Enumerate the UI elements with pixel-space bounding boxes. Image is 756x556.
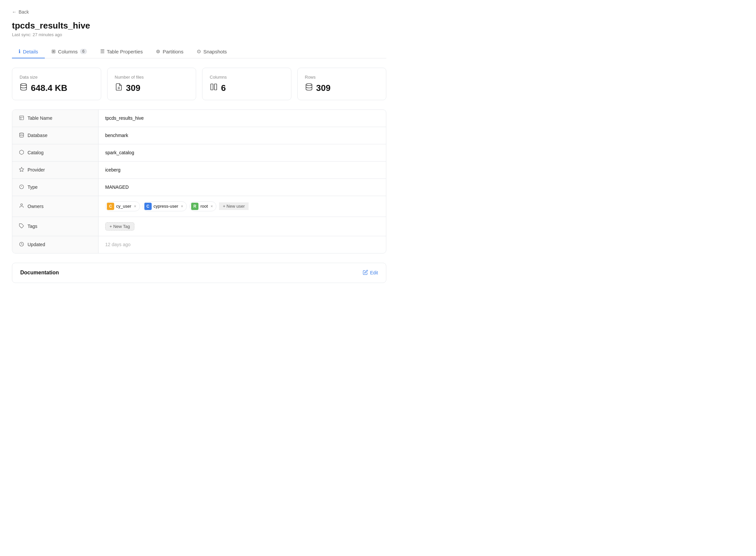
new-user-button[interactable]: + New user: [219, 202, 248, 210]
tab-table-properties[interactable]: ☰ Table Properties: [94, 45, 149, 58]
last-sync: Last sync: 27 minutes ago: [12, 32, 386, 37]
svg-rect-3: [211, 84, 213, 90]
owners-icon: [19, 203, 24, 209]
provider-icon: [19, 167, 24, 173]
table-row: Owners C cy_user × C cypress-user × R ro…: [12, 196, 386, 217]
back-arrow-icon: ←: [12, 9, 16, 14]
svg-point-5: [306, 83, 312, 85]
table-row: Catalog spark_catalog: [12, 144, 386, 162]
svg-rect-6: [20, 116, 24, 120]
tab-partitions[interactable]: ⊜ Partitions: [149, 45, 190, 58]
back-label: Back: [19, 9, 29, 14]
updated-icon: [19, 242, 24, 248]
owner-chip-cy-user: C cy_user ×: [105, 201, 140, 211]
svg-rect-4: [214, 84, 217, 90]
stat-columns: Columns 6: [202, 68, 291, 100]
table-row: Tags + New Tag: [12, 217, 386, 236]
table-name-icon: [19, 115, 24, 121]
type-icon: [19, 184, 24, 190]
documentation-title: Documentation: [20, 270, 59, 276]
back-button[interactable]: ← Back: [12, 9, 386, 14]
table-row: Type MANAGED: [12, 179, 386, 196]
documentation-section: Documentation Edit: [12, 263, 386, 283]
owner-chip-cypress-user: C cypress-user ×: [143, 201, 187, 211]
columns-stat-icon: [210, 83, 218, 93]
remove-owner-root-button[interactable]: ×: [210, 204, 213, 209]
files-icon: [115, 83, 123, 93]
tabs-bar: ℹ Details ⊞ Columns 6 ☰ Table Properties…: [12, 45, 386, 58]
svg-point-9: [20, 133, 24, 134]
page-title: tpcds_results_hive: [12, 21, 386, 31]
tab-columns[interactable]: ⊞ Columns 6: [45, 45, 94, 58]
new-tag-button[interactable]: + New Tag: [105, 222, 134, 231]
table-properties-icon: ☰: [100, 48, 105, 55]
table-row: Updated 12 days ago: [12, 236, 386, 253]
edit-icon: [363, 270, 368, 276]
svg-marker-10: [19, 167, 24, 172]
rows-icon: [305, 83, 313, 93]
remove-owner-cypress-user-button[interactable]: ×: [181, 204, 183, 209]
snapshots-icon: ⊙: [197, 48, 201, 55]
info-icon: ℹ: [19, 48, 21, 55]
table-row: Table Name tpcds_results_hive: [12, 110, 386, 127]
owner-avatar-cypress-user: C: [144, 203, 152, 210]
table-row: Database benchmark: [12, 127, 386, 144]
owner-avatar-root: R: [191, 203, 199, 210]
tags-icon: [19, 223, 24, 230]
tab-snapshots[interactable]: ⊙ Snapshots: [190, 45, 234, 58]
columns-icon: ⊞: [51, 48, 56, 55]
edit-documentation-button[interactable]: Edit: [363, 270, 378, 276]
remove-owner-cy-user-button[interactable]: ×: [134, 204, 136, 209]
database-icon: [19, 132, 24, 139]
data-size-icon: [20, 83, 28, 93]
catalog-icon: [19, 150, 24, 156]
table-row: Provider iceberg: [12, 162, 386, 179]
svg-point-0: [21, 83, 27, 85]
details-table: Table Name tpcds_results_hive Database b…: [12, 109, 386, 253]
svg-point-14: [21, 204, 22, 205]
stats-row: Data size 648.4 KB Number of files: [12, 68, 386, 100]
owner-avatar-cy-user: C: [107, 203, 114, 210]
stat-number-of-files: Number of files 309: [107, 68, 197, 100]
partitions-icon: ⊜: [156, 48, 160, 55]
tab-details[interactable]: ℹ Details: [12, 45, 45, 58]
stat-data-size: Data size 648.4 KB: [12, 68, 101, 100]
owner-chip-root: R root ×: [190, 201, 216, 211]
stat-rows: Rows 309: [297, 68, 387, 100]
